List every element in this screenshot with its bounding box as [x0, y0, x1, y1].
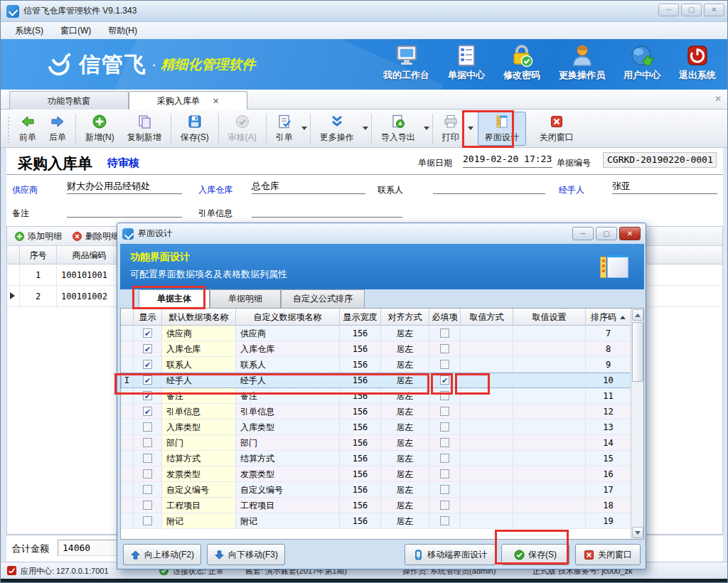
align-mode[interactable]: 居左 — [381, 341, 429, 357]
show-checkbox[interactable] — [143, 485, 152, 494]
value-mode[interactable] — [461, 419, 513, 435]
value-setting[interactable] — [513, 451, 586, 466]
value-mode[interactable] — [461, 373, 513, 388]
scroll-thumb[interactable] — [632, 322, 643, 382]
col-value-mode[interactable]: 取值方式 — [461, 309, 513, 326]
align-mode[interactable]: 居左 — [381, 435, 429, 451]
custom-field-name[interactable]: 自定义编号 — [236, 482, 340, 498]
minimize-button[interactable]: ─ — [658, 4, 679, 16]
dialog-grid-row[interactable]: 部门部门156居左14 — [121, 435, 631, 451]
display-width[interactable]: 156 — [340, 451, 381, 466]
warehouse-field[interactable]: 总仓库 — [252, 180, 365, 194]
custom-field-name[interactable]: 联系人 — [236, 357, 340, 373]
required-checkbox[interactable] — [440, 422, 449, 432]
tab-close-icon[interactable]: ✕ — [213, 97, 219, 105]
dialog-grid-row[interactable]: ✔引单信息引单信息156居左12 — [121, 404, 631, 419]
sort-code[interactable]: 19 — [586, 513, 631, 529]
col-align[interactable]: 对齐方式 — [381, 309, 429, 326]
display-width[interactable]: 156 — [340, 498, 381, 513]
required-checkbox[interactable] — [440, 407, 449, 416]
tab-custom-formula-sort[interactable]: 自定义公式排序 — [281, 289, 365, 308]
align-mode[interactable]: 居左 — [381, 482, 429, 498]
show-checkbox[interactable] — [143, 438, 152, 447]
align-mode[interactable]: 居左 — [381, 419, 429, 435]
col-show[interactable]: 显示 — [134, 309, 162, 326]
value-setting[interactable] — [513, 388, 586, 404]
align-mode[interactable]: 居左 — [381, 388, 429, 404]
add-detail-button[interactable]: 添加明细 — [14, 230, 62, 242]
value-setting[interactable] — [513, 482, 586, 498]
custom-field-name[interactable]: 部门 — [236, 435, 340, 451]
show-checkbox[interactable] — [143, 469, 152, 478]
required-checkbox[interactable] — [440, 360, 449, 369]
tab-doc-body[interactable]: 单据主体 — [139, 289, 210, 308]
col-custom-name[interactable]: 自定义数据项名称 — [236, 309, 340, 326]
exit-system-button[interactable]: 退出系统 — [679, 43, 716, 82]
mobile-design-button[interactable]: 移动端界面设计 — [405, 544, 496, 565]
required-checkbox[interactable]: ✔ — [440, 375, 449, 385]
value-mode[interactable] — [461, 341, 513, 357]
display-width[interactable]: 156 — [340, 388, 381, 404]
value-setting[interactable] — [513, 435, 586, 451]
show-checkbox[interactable] — [143, 422, 152, 432]
maximize-button[interactable]: ▢ — [681, 4, 702, 16]
value-setting[interactable] — [513, 373, 586, 388]
dialog-grid-scrollbar[interactable] — [631, 309, 643, 539]
align-mode[interactable]: 居左 — [381, 451, 429, 466]
document-center-button[interactable]: 单据中心 — [448, 43, 485, 82]
scroll-down-icon[interactable] — [632, 527, 643, 538]
display-width[interactable]: 156 — [340, 466, 381, 482]
show-checkbox[interactable] — [143, 516, 152, 525]
move-up-button[interactable]: 向上移动(F2) — [123, 544, 201, 565]
align-mode[interactable]: 居左 — [381, 373, 429, 388]
display-width[interactable]: 156 — [340, 373, 381, 388]
align-mode[interactable]: 居左 — [381, 498, 429, 513]
audit-button[interactable]: 审核(A) — [222, 112, 263, 146]
menu-window[interactable]: 窗口(W) — [53, 23, 98, 39]
change-password-button[interactable]: 修改密码 — [503, 43, 540, 82]
value-setting[interactable] — [513, 513, 586, 529]
required-checkbox[interactable] — [440, 469, 449, 478]
sort-code[interactable]: 10 — [586, 373, 631, 388]
dialog-grid-row[interactable]: 工程项目工程项目156居左18 — [121, 498, 631, 513]
value-setting[interactable] — [513, 466, 586, 482]
col-required[interactable]: 必填项 — [429, 309, 461, 326]
dialog-grid-row[interactable]: ✔备注备注156居左11 — [121, 388, 631, 404]
dialog-grid-row[interactable]: 入库类型入库类型156居左13 — [121, 419, 631, 435]
col-width[interactable]: 显示宽度 — [340, 309, 381, 326]
custom-field-name[interactable]: 发票类型 — [236, 466, 340, 482]
value-mode[interactable] — [461, 357, 513, 373]
required-checkbox[interactable] — [440, 344, 449, 353]
dialog-grid-row[interactable]: ✔联系人联系人156居左9 — [121, 357, 631, 373]
show-checkbox[interactable]: ✔ — [143, 375, 152, 385]
value-mode[interactable] — [461, 404, 513, 419]
value-mode[interactable] — [461, 388, 513, 404]
custom-field-name[interactable]: 入库类型 — [236, 419, 340, 435]
dialog-minimize-button[interactable]: ─ — [572, 227, 594, 240]
display-width[interactable]: 156 — [340, 513, 381, 529]
dialog-grid-row[interactable]: 自定义编号自定义编号156居左17 — [121, 482, 631, 498]
more-actions-button[interactable]: 更多操作 — [314, 112, 360, 146]
supplier-field[interactable]: 财大办公用品经销处 — [67, 180, 182, 194]
custom-field-name[interactable]: 工程项目 — [236, 498, 340, 513]
dialog-save-button[interactable]: 保存(S) — [501, 544, 569, 565]
display-width[interactable]: 156 — [340, 435, 381, 451]
value-mode[interactable] — [461, 435, 513, 451]
sort-code[interactable]: 7 — [586, 326, 631, 341]
show-checkbox[interactable]: ✔ — [143, 407, 152, 416]
more-actions-dropdown-icon[interactable] — [363, 127, 368, 130]
remark-field[interactable] — [67, 203, 182, 218]
required-checkbox[interactable] — [440, 391, 449, 400]
display-width[interactable]: 156 — [340, 419, 381, 435]
dialog-close-window-button[interactable]: 关闭窗口 — [575, 544, 641, 565]
custom-field-name[interactable]: 附记 — [236, 513, 340, 529]
value-setting[interactable] — [513, 498, 586, 513]
menu-help[interactable]: 帮助(H) — [101, 23, 144, 39]
dialog-close-button[interactable]: ✕ — [619, 227, 641, 240]
value-mode[interactable] — [461, 326, 513, 341]
align-mode[interactable]: 居左 — [381, 466, 429, 482]
align-mode[interactable]: 居左 — [381, 357, 429, 373]
sort-code[interactable]: 9 — [586, 357, 631, 373]
custom-field-name[interactable]: 入库仓库 — [236, 341, 340, 357]
tab-purchase-inbound[interactable]: 采购入库单✕ — [129, 91, 247, 109]
